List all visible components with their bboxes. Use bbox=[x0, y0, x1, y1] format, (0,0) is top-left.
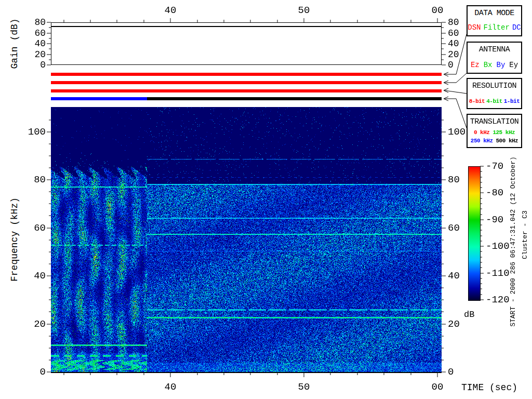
tick-label: -90 bbox=[486, 214, 503, 225]
tick-label: -100 bbox=[486, 241, 510, 252]
status-bar-data-mode bbox=[51, 73, 442, 76]
tick-label: 80 bbox=[34, 174, 46, 185]
tick-label: 50 bbox=[298, 5, 310, 16]
tick-label: 0 bbox=[448, 366, 454, 378]
tick-label: 0 bbox=[448, 60, 454, 70]
tick-label: 20 bbox=[448, 49, 459, 60]
colorbar bbox=[468, 166, 481, 301]
gain-level-line bbox=[51, 26, 441, 27]
tick-label: 40 bbox=[448, 270, 460, 282]
gain-axis-label: Gain (dB) bbox=[9, 18, 20, 69]
tick-label: -120 bbox=[486, 294, 510, 305]
data-mode-value-dc: DC bbox=[512, 23, 521, 32]
tick-label: 80 bbox=[34, 17, 46, 28]
antenna-value-bx: Bx bbox=[484, 61, 493, 69]
resolution-value-4bit: 4-bit bbox=[486, 98, 502, 104]
tick-label: 20 bbox=[34, 49, 46, 60]
antenna-value-by: By bbox=[497, 61, 506, 69]
spacecraft-annotation: Cluster - C3 bbox=[521, 210, 529, 259]
status-bar-segment bbox=[51, 73, 442, 76]
resolution-value-8bit: 8-bit bbox=[469, 98, 485, 104]
status-bar-segment bbox=[51, 89, 442, 92]
frequency-axis-label: Frequency (kHz) bbox=[9, 197, 20, 282]
data-mode-title: DATA MODE bbox=[468, 9, 521, 18]
tick-label: 00 bbox=[432, 5, 444, 16]
tick-label: 50 bbox=[298, 381, 310, 393]
tick-label: 60 bbox=[34, 222, 46, 234]
tick-label: 80 bbox=[448, 174, 460, 185]
start-time-annotation: START - 2000 286 06:47:31.042 (12 Octobe… bbox=[509, 156, 517, 327]
data-mode-value-filter: Filter bbox=[483, 23, 509, 32]
tick-label: -110 bbox=[486, 268, 510, 279]
tick-label: 60 bbox=[34, 28, 46, 38]
translation-value-125khz: 125 kHz bbox=[493, 128, 515, 137]
resolution-box: RESOLUTION 8-bit 4-bit 1-bit bbox=[467, 78, 522, 109]
tick-label: 0 bbox=[40, 60, 46, 70]
tick-label: 40 bbox=[165, 5, 177, 16]
tick-label: 40 bbox=[34, 38, 46, 49]
tick-label: 20 bbox=[448, 318, 460, 330]
status-bar-resolution bbox=[51, 89, 442, 92]
resolution-value-1bit: 1-bit bbox=[504, 98, 520, 104]
tick-label: 60 bbox=[448, 28, 459, 38]
wbd-spectrogram-display: Gain (dB) Frequency (kHz) 40405050000000… bbox=[0, 0, 532, 399]
time-axis-label: TIME (sec) bbox=[461, 382, 517, 393]
antenna-box: ANTENNA Ez Bx By Ey bbox=[467, 42, 522, 74]
translation-title: TRANSLATION bbox=[468, 117, 521, 126]
tick-label: 40 bbox=[448, 38, 459, 49]
translation-box: TRANSLATION 0 kHz 125 kHz 250 kHz 500 kH… bbox=[467, 114, 522, 148]
tick-label: -70 bbox=[486, 161, 503, 172]
tick-label: 80 bbox=[448, 17, 459, 28]
colorbar-unit-label: dB bbox=[464, 310, 474, 320]
tick-label: -80 bbox=[486, 187, 503, 198]
translation-value-0khz: 0 kHz bbox=[474, 128, 490, 137]
gain-panel bbox=[51, 22, 442, 65]
translation-value-500khz: 500 kHz bbox=[496, 137, 518, 145]
antenna-title: ANTENNA bbox=[468, 45, 521, 54]
status-bar-antenna bbox=[51, 81, 442, 84]
data-mode-value-dsn: DSN bbox=[468, 23, 481, 32]
tick-label: 40 bbox=[34, 270, 46, 282]
spectrogram-canvas bbox=[51, 107, 442, 372]
tick-label: 0 bbox=[40, 366, 46, 378]
tick-label: 100 bbox=[28, 126, 46, 138]
antenna-value-ez: Ez bbox=[471, 61, 480, 69]
resolution-title: RESOLUTION bbox=[468, 82, 521, 90]
tick-label: 20 bbox=[34, 318, 46, 330]
tick-label: 60 bbox=[448, 222, 460, 234]
tick-label: 100 bbox=[448, 126, 466, 138]
tick-label: 00 bbox=[432, 381, 444, 393]
status-bar-translation bbox=[51, 97, 442, 100]
data-mode-box: DATA MODE DSN Filter DC bbox=[467, 5, 522, 36]
tick-label: 40 bbox=[165, 381, 177, 393]
status-bar-segment bbox=[51, 97, 147, 100]
status-bar-segment bbox=[147, 97, 442, 100]
translation-value-250khz: 250 kHz bbox=[471, 137, 493, 145]
antenna-value-ey: Ey bbox=[509, 61, 518, 69]
status-bar-segment bbox=[51, 81, 442, 84]
